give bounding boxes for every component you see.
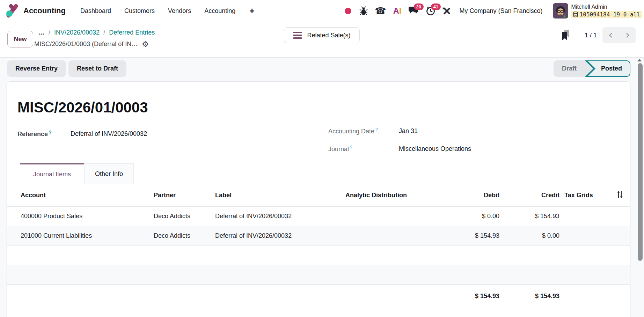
header-credit: Credit xyxy=(504,184,564,206)
cell-account[interactable]: 201000 Current Liabilities xyxy=(7,226,154,245)
notebook-tabs: Journal Items Other Info xyxy=(7,163,630,184)
table-row-empty xyxy=(7,245,630,265)
chevron-right-icon xyxy=(625,32,630,38)
app-switcher[interactable]: Accounting xyxy=(5,4,66,18)
odoo-screen: Accounting Dashboard Customers Vendors A… xyxy=(0,0,644,317)
odoo-accounting-logo-icon[interactable] xyxy=(5,4,19,18)
ai-icon[interactable]: AI xyxy=(393,6,402,16)
field-accounting-date: Accounting Date? Jan 31 xyxy=(328,126,418,135)
menu-customers[interactable]: Customers xyxy=(124,7,155,15)
cell-analytic-distribution[interactable] xyxy=(345,206,433,226)
total-debit: $ 154.93 xyxy=(433,285,504,317)
tab-other-info[interactable]: Other Info xyxy=(84,163,134,184)
record-title: MISC/2026/01/0003 xyxy=(17,98,148,117)
cell-spacer xyxy=(610,206,630,226)
content-area: Reverse Entry Reset to Draft Posted Draf… xyxy=(0,58,644,317)
journal-items-table: Account Partner Label Analytic Distribut… xyxy=(7,184,630,317)
activities-icon[interactable]: 41 xyxy=(426,6,436,16)
top-navbar: Accounting Dashboard Customers Vendors A… xyxy=(0,0,644,22)
list-icon xyxy=(293,32,302,39)
company-switcher[interactable]: My Company (San Francisco) xyxy=(460,7,543,15)
optional-columns-icon-cell xyxy=(610,184,630,206)
cell-tax-grids[interactable] xyxy=(564,206,610,226)
messages-icon[interactable]: 20 xyxy=(409,6,419,16)
avatar[interactable]: ✈ xyxy=(553,3,568,19)
menu-dashboard[interactable]: Dashboard xyxy=(80,7,111,15)
table-header-row: Account Partner Label Analytic Distribut… xyxy=(7,184,630,206)
tab-journal-items[interactable]: Journal Items xyxy=(20,163,84,184)
breadcrumb-link-invoice[interactable]: INV/2026/00032 xyxy=(54,29,100,36)
header-partner: Partner xyxy=(154,184,215,206)
cell-debit[interactable]: $ 0.00 xyxy=(433,206,504,226)
header-label: Label xyxy=(215,184,345,206)
state-draft[interactable]: Draft xyxy=(554,60,593,77)
menu-vendors[interactable]: Vendors xyxy=(168,7,191,15)
new-button[interactable]: New xyxy=(7,31,33,47)
adjust-columns-icon[interactable] xyxy=(616,191,624,198)
app-name[interactable]: Accounting xyxy=(23,6,66,15)
header-debit: Debit xyxy=(433,184,504,206)
reverse-entry-button[interactable]: Reverse Entry xyxy=(7,60,66,77)
db-badge: 105094184-19-0-all xyxy=(571,11,642,18)
field-reference: Reference? Deferral of INV/2026/00032 xyxy=(17,129,147,138)
help-icon: ? xyxy=(375,127,378,132)
user-menu[interactable]: ✈ Mitchell Admin 105094184-19-0 xyxy=(553,3,642,19)
cell-partner[interactable]: Deco Addicts xyxy=(154,226,215,245)
cell-label[interactable]: Deferral of INV/2026/00032 xyxy=(215,206,345,226)
user-name: Mitchell Admin xyxy=(571,4,642,10)
breadcrumb-link-deferred-entries[interactable]: Deferred Entries xyxy=(109,29,155,36)
gear-icon[interactable]: ⚙ xyxy=(142,40,149,48)
scrollbar-thumb[interactable] xyxy=(638,63,643,261)
pager-value[interactable]: 1 / 1 xyxy=(585,32,597,39)
plus-icon[interactable]: + xyxy=(249,6,255,16)
journal-value[interactable]: Miscellaneous Operations xyxy=(399,145,471,153)
bug-icon[interactable] xyxy=(359,6,368,16)
reference-value[interactable]: Deferral of INV/2026/00032 xyxy=(71,130,147,138)
reference-label: Reference? xyxy=(17,130,71,138)
cell-credit[interactable]: $ 0.00 xyxy=(504,226,564,245)
database-icon xyxy=(573,12,578,17)
cell-tax-grids[interactable] xyxy=(564,226,610,245)
db-reference: 105094184-19-0-all xyxy=(580,11,640,18)
reset-to-draft-button[interactable]: Reset to Draft xyxy=(68,60,126,77)
status-bar: Reverse Entry Reset to Draft Posted Draf… xyxy=(7,60,630,77)
cell-label[interactable]: Deferral of INV/2026/00032 xyxy=(215,226,345,245)
related-sales-button[interactable]: Related Sale(s) xyxy=(284,27,360,43)
state-widget: Posted Draft xyxy=(554,60,630,77)
tools-icon[interactable] xyxy=(442,6,452,16)
pager-area: 1 / 1 xyxy=(561,27,636,43)
related-sales-label: Related Sale(s) xyxy=(307,32,350,39)
chevron-left-icon xyxy=(608,32,614,38)
header-account: Account xyxy=(7,184,154,206)
help-icon: ? xyxy=(350,145,352,150)
breadcrumb-current: MISC/2026/01/0003 (Deferral of IN… xyxy=(34,40,138,48)
breadcrumb-separator: / xyxy=(103,29,105,36)
breadcrumb-line-1: … / INV/2026/00032 / Deferred Entries xyxy=(34,27,155,38)
breadcrumb-separator: / xyxy=(49,29,50,36)
cell-account[interactable]: 400000 Product Sales xyxy=(7,206,154,226)
accounting-date-value[interactable]: Jan 31 xyxy=(399,127,418,135)
scrollbar-up-arrow[interactable] xyxy=(637,59,642,61)
cell-debit[interactable]: $ 154.93 xyxy=(433,226,504,245)
bookmark-icon[interactable] xyxy=(561,30,571,41)
cell-partner[interactable]: Deco Addicts xyxy=(154,206,215,226)
menu-accounting[interactable]: Accounting xyxy=(204,7,235,15)
breadcrumb-line-2: MISC/2026/01/0003 (Deferral of IN… ⚙ xyxy=(34,38,155,50)
systray: ☎ AI 20 41 xyxy=(343,3,642,19)
status-bar-buttons: Reverse Entry Reset to Draft xyxy=(7,60,126,77)
pager-next-button[interactable] xyxy=(619,27,636,43)
cell-credit[interactable]: $ 154.93 xyxy=(504,206,564,226)
table-row-empty xyxy=(7,265,630,285)
table-row[interactable]: 201000 Current Liabilities Deco Addicts … xyxy=(7,226,630,245)
help-icon: ? xyxy=(49,130,51,135)
pager-previous-button[interactable] xyxy=(602,27,619,43)
table-row[interactable]: 400000 Product Sales Deco Addicts Deferr… xyxy=(7,206,630,226)
phone-icon[interactable]: ☎ xyxy=(375,6,386,16)
header-tax-grids: Tax Grids xyxy=(564,184,610,206)
accounting-date-label: Accounting Date? xyxy=(328,127,399,135)
recording-icon[interactable] xyxy=(343,6,352,16)
cell-analytic-distribution[interactable] xyxy=(345,226,433,245)
breadcrumb-ellipsis[interactable]: … xyxy=(34,29,45,36)
journal-label: Journal? xyxy=(328,145,399,153)
form-sheet: MISC/2026/01/0003 Reference? Deferral of… xyxy=(7,81,630,317)
